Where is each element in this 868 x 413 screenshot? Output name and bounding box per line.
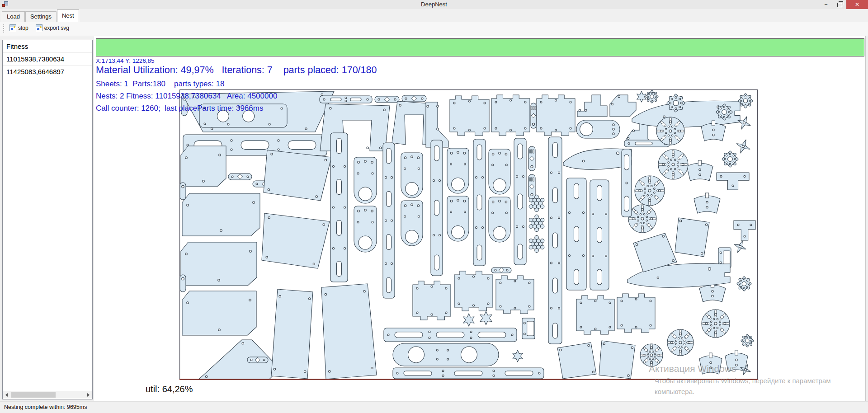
restore-button[interactable] — [833, 0, 846, 9]
nests-line: Nests: 2 Fitness: 11015938,7380634 Area:… — [96, 92, 277, 101]
scrollbar-thumb[interactable] — [11, 392, 56, 398]
status-bar: Nesting complete within: 9695ms — [0, 401, 868, 413]
cursor-coordinates: X:1713,44 Y: 1226,85 — [96, 57, 155, 64]
title-bar: DeepNest – ✕ — [0, 0, 868, 9]
horizontal-scrollbar[interactable] — [3, 391, 92, 399]
nest-canvas[interactable] — [179, 89, 758, 380]
tab-load[interactable]: Load — [2, 11, 25, 22]
image-icon — [9, 24, 16, 31]
fitness-header: Fitness — [3, 40, 92, 53]
stop-button[interactable]: stop — [7, 23, 31, 33]
toolbar-grip-icon[interactable] — [3, 24, 5, 33]
window-title: DeepNest — [0, 0, 868, 9]
export-svg-button[interactable]: export svg — [33, 23, 71, 33]
fitness-row[interactable]: 11425083,6646897 — [3, 66, 92, 78]
toolbar: stopexport svg — [0, 22, 868, 36]
tab-strip: LoadSettingsNest — [0, 9, 868, 22]
nest-view: X:1713,44 Y: 1226,85 Material Utilizatio… — [94, 36, 866, 401]
fitness-panel: Fitness 11015938,738063411425083,6646897 — [2, 40, 93, 399]
minimize-button[interactable]: – — [819, 0, 833, 9]
scroll-right-arrow-icon[interactable] — [84, 391, 92, 399]
tab-settings[interactable]: Settings — [25, 11, 57, 22]
status-text: Nesting complete within: 9695ms — [4, 402, 87, 413]
fitness-row[interactable]: 11015938,7380634 — [3, 53, 92, 66]
scroll-left-arrow-icon[interactable] — [3, 391, 11, 399]
call-counter-line: Call counter: 1260; last placeParts time… — [96, 104, 263, 113]
tab-nest[interactable]: Nest — [57, 9, 79, 22]
sheets-line: Sheets: 1 Parts:180 parts types: 18 — [96, 80, 224, 89]
utilization-headline: Material Utilization: 49,97% Iterations:… — [96, 65, 377, 76]
progress-bar — [96, 38, 864, 56]
restore-icon — [837, 3, 842, 7]
close-button[interactable]: ✕ — [846, 0, 868, 9]
sheet-utilization: util: 64,26% — [146, 384, 193, 394]
image-icon — [36, 24, 42, 31]
